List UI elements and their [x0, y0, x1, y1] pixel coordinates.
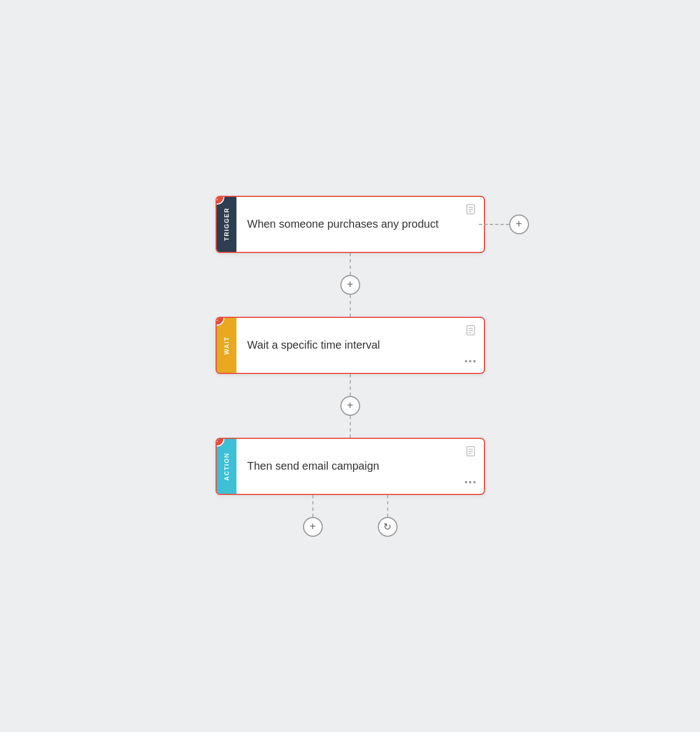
action-more-icon[interactable]: •••: [465, 477, 477, 487]
dashed-line-2: [350, 295, 351, 317]
dashed-line-5: [312, 495, 313, 517]
wait-tab: WAIT: [217, 318, 236, 373]
wait-node-wrapper: ! WAIT Wait a specific time interval •••: [216, 317, 485, 374]
bottom-left-connector: +: [303, 495, 323, 537]
action-add-button[interactable]: +: [303, 517, 323, 537]
bottom-connector-area: + ↻: [303, 495, 398, 537]
trigger-add-right-button[interactable]: +: [509, 214, 529, 234]
action-refresh-button[interactable]: ↻: [378, 517, 398, 537]
action-note-icon[interactable]: [465, 445, 477, 460]
wait-more-icon[interactable]: •••: [465, 356, 477, 366]
action-body: Then send email campaign •••: [236, 439, 484, 494]
connector-trigger-wait: +: [340, 253, 360, 317]
trigger-right-connector: +: [479, 214, 529, 234]
connector-wait-action: +: [340, 374, 360, 438]
trigger-tab: TRIGGER: [217, 197, 236, 252]
dashed-line-3: [350, 374, 351, 396]
dashed-line-6: [387, 495, 388, 517]
action-tab: ACTION: [217, 439, 236, 494]
bottom-right-connector: ↻: [378, 495, 398, 537]
wait-card[interactable]: ! WAIT Wait a specific time interval •••: [216, 317, 485, 374]
workflow-canvas: ! TRIGGER When someone purchases any pro…: [216, 163, 485, 570]
trigger-text: When someone purchases any product: [247, 218, 475, 230]
wait-note-icon[interactable]: [465, 324, 477, 339]
add-between-trigger-wait[interactable]: +: [340, 275, 360, 295]
trigger-body: When someone purchases any product: [236, 197, 484, 252]
dashed-line-4: [350, 416, 351, 438]
action-card[interactable]: ! ACTION Then send email campaign •••: [216, 438, 485, 495]
dashed-line-1: [350, 253, 351, 275]
action-node-wrapper: ! ACTION Then send email campaign •••: [216, 438, 485, 495]
action-text: Then send email campaign: [247, 460, 475, 472]
wait-body: Wait a specific time interval •••: [236, 318, 484, 373]
trigger-card[interactable]: ! TRIGGER When someone purchases any pro…: [216, 196, 485, 253]
right-dashed-line: [479, 224, 509, 225]
refresh-icon: ↻: [383, 521, 392, 533]
wait-text: Wait a specific time interval: [247, 339, 475, 351]
add-between-wait-action[interactable]: +: [340, 396, 360, 416]
trigger-note-icon[interactable]: [465, 203, 477, 218]
trigger-node-wrapper: ! TRIGGER When someone purchases any pro…: [216, 196, 485, 253]
